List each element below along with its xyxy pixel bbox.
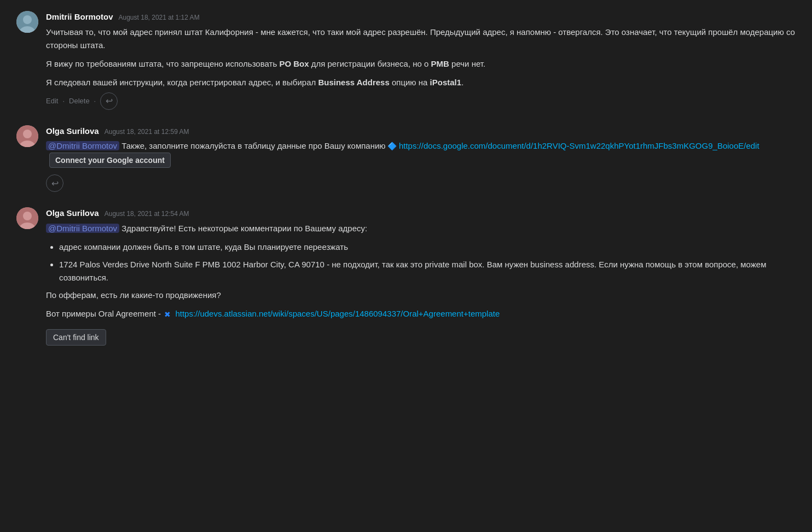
message-actions: Edit · Delete · ↩ [46,92,796,110]
message-header: Olga Surilova August 18, 2021 at 12:54 A… [46,207,796,220]
message-body: Olga Surilova August 18, 2021 at 12:59 A… [46,125,796,192]
svg-point-4 [23,130,32,138]
message-text: @Dmitrii Bormotov Здравствуйте! Есть нек… [46,222,796,346]
edit-link[interactable]: Edit [46,96,58,107]
reaction-area: ↩ [46,171,796,192]
message-dmitrii-1: Dmitrii Bormotov August 18, 2021 at 1:12… [16,11,796,110]
svg-point-1 [23,15,32,24]
avatar [16,11,38,33]
paragraph-2: Я вижу по требованиям штата, что запреще… [46,57,796,71]
connect-google-button[interactable]: Connect your Google account [49,153,171,168]
oral-agreement-link[interactable]: https://udevs.atlassian.net/wiki/spaces/… [175,307,500,320]
author-name: Dmitrii Bormotov [46,11,113,24]
address-comments-list: адрес компании должен быть в том штате, … [46,241,796,284]
google-docs-link[interactable]: https://docs.google.com/document/d/1h2RV… [399,139,759,153]
message-body: Dmitrii Bormotov August 18, 2021 at 1:12… [46,11,796,110]
paragraph-greeting: @Dmitrii Bormotov Здравствуйте! Есть нек… [46,222,796,235]
author-name: Olga Surilova [46,207,99,220]
message-header: Olga Surilova August 18, 2021 at 12:59 A… [46,125,796,138]
mention-dmitrii-2[interactable]: @Dmitrii Bormotov [46,224,119,233]
react-button-1[interactable]: ↩ [100,92,118,110]
author-name: Olga Surilova [46,125,99,138]
list-item-2: 1724 Palos Verdes Drive North Suite F PM… [59,258,796,284]
separator-1: · [62,96,65,107]
timestamp: August 18, 2021 at 12:59 AM [105,127,189,137]
paragraph-3: Я следовал вашей инструкции, когда регис… [46,76,796,89]
paragraph-1: Учитывая то, что мой адрес принял штат К… [46,26,796,52]
oral-text: Вот примеры Oral Agreement - [46,309,163,318]
cant-find-container: Can't find link [46,326,796,346]
cant-find-link-button[interactable]: Can't find link [46,329,106,346]
separator-2: · [94,96,96,107]
avatar [16,207,38,229]
greeting-text: Здравствуйте! Есть некоторые комментарии… [121,224,367,233]
list-item-1: адрес компании должен быть в том штате, … [59,241,796,254]
jira-icon: ✖ [163,310,172,319]
timestamp: August 18, 2021 at 1:12 AM [119,13,200,22]
message-text: @Dmitrii Bormotov Также, заполните пожал… [46,139,796,168]
bold-pmb: PMB [431,59,449,68]
message-olga-1: Olga Surilova August 18, 2021 at 12:59 A… [16,125,796,192]
bold-ipostal: iPostal1 [430,78,462,87]
message-header: Dmitrii Bormotov August 18, 2021 at 1:12… [46,11,796,24]
mention-dmitrii[interactable]: @Dmitrii Bormotov [46,141,119,150]
bold-po-box: PO Box [279,59,309,68]
message-olga-2: Olga Surilova August 18, 2021 at 12:54 A… [16,207,796,346]
text-before-link: Также, заполните пожалуйста в таблицу да… [119,141,388,150]
google-drive-icon: 🔷 [388,142,397,150]
delete-link[interactable]: Delete [69,96,90,107]
svg-point-7 [23,212,32,220]
paragraph-mention: @Dmitrii Bormotov Также, заполните пожал… [46,139,796,168]
message-body: Olga Surilova August 18, 2021 at 12:54 A… [46,207,796,346]
avatar [16,125,38,147]
message-text: Учитывая то, что мой адрес принял штат К… [46,26,796,89]
react-button-2[interactable]: ↩ [46,174,63,192]
timestamp: August 18, 2021 at 12:54 AM [105,209,189,219]
paragraph-offers: По офферам, есть ли какие-то продвижения… [46,289,796,302]
paragraph-oral: Вот примеры Oral Agreement - ✖ https://u… [46,307,796,320]
bold-business-address: Business Address [318,78,389,87]
